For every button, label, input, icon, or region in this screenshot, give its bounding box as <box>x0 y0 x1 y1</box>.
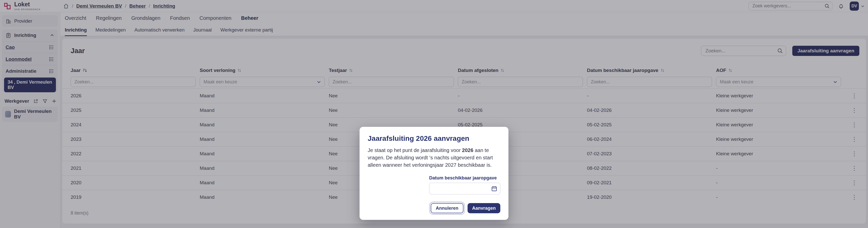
date-field-label: Datum beschikbaar jaaropgave <box>429 175 500 181</box>
calendar-icon[interactable] <box>491 186 497 192</box>
datum-beschikbaar-jaaropgave-input[interactable] <box>429 183 500 195</box>
modal-title: Jaarafsluiting 2026 aanvragen <box>368 135 500 143</box>
modal-body-text: Je staat op het punt de jaarafsluiting v… <box>368 147 500 169</box>
jaarafsluiting-modal: Jaarafsluiting 2026 aanvragen Je staat o… <box>360 127 508 220</box>
confirm-aanvragen-button[interactable]: Aanvragen <box>468 203 500 213</box>
cancel-button[interactable]: Annuleren <box>431 203 463 213</box>
